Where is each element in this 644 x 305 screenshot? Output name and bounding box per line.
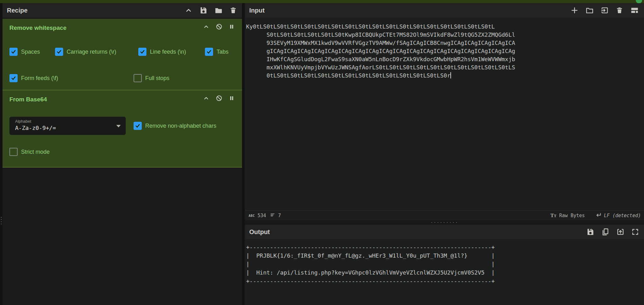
input-line[interactable]: S0tLS0tLS0tLS0tLS0tLS0tKwp8ICBQUkpCTEt7M… <box>246 31 515 39</box>
recipe-title: Recipe <box>7 7 28 14</box>
line-count-group: 7 <box>270 212 281 219</box>
save-recipe-icon[interactable] <box>199 6 207 14</box>
io-region: Input Ky0tLS0tL <box>245 3 644 305</box>
replace-input-with-output-icon[interactable] <box>616 228 625 236</box>
copy-output-icon[interactable] <box>601 228 609 236</box>
collapse-op-icon[interactable] <box>203 95 209 101</box>
checkbox-form-feeds[interactable]: Form feeds (\f) <box>9 74 58 82</box>
char-count-value: 534 <box>258 213 266 218</box>
top-banner <box>0 0 644 3</box>
input-line[interactable]: 93SEVyM19XMWxMX1kwdV9wVVRfVGgzTV9AMWw/fS… <box>246 39 515 47</box>
clear-io-trash-icon[interactable] <box>616 7 623 14</box>
load-recipe-folder-icon[interactable] <box>214 6 223 14</box>
checkbox-checked-icon[interactable] <box>55 48 63 56</box>
checkbox-checked-icon[interactable] <box>9 48 18 56</box>
add-input-tab-icon[interactable] <box>570 6 579 14</box>
text-cursor <box>450 72 451 78</box>
line-count-value: 7 <box>278 213 281 218</box>
open-folder-as-input-icon[interactable] <box>586 6 594 14</box>
checkbox-tabs[interactable]: Tabs <box>205 48 228 56</box>
eol-value[interactable]: LF (detected) <box>604 213 641 218</box>
operation-title: From Base64 <box>9 96 47 103</box>
input-line[interactable]: mxXWlhKNVUyVmpjbVYwUzJWNSAgfAorLS0tLS0tL… <box>246 63 515 72</box>
output-header: Output <box>245 225 644 239</box>
input-title: Input <box>249 7 265 14</box>
input-textarea[interactable]: Ky0tLS0tLS0tLS0tLS0tLS0tLS0tLS0tLS0tLS0t… <box>245 18 644 210</box>
chevron-down-icon <box>116 125 121 127</box>
open-file-as-input-icon[interactable] <box>601 6 609 14</box>
maximize-output-icon[interactable] <box>631 228 639 236</box>
drag-grip-icon[interactable]: •••• <box>0 217 2 229</box>
alphabet-select[interactable]: Alphabet A-Za-z0-9+/= <box>9 117 126 135</box>
checkbox-checked-icon[interactable] <box>9 74 18 82</box>
line-count-icon <box>270 212 275 219</box>
operation-from-base64[interactable]: From Base64 Alphabet A-Za-z0-9+/= <box>3 90 242 168</box>
input-text[interactable]: Ky0tLS0tLS0tLS0tLS0tLS0tLS0tLS0tLS0tLS0t… <box>246 23 515 80</box>
input-line[interactable]: IHwKfCAgSGludDogL2FwaS9saXN0aW5nLnBocD9r… <box>246 55 515 63</box>
eol-return-icon[interactable] <box>595 212 601 219</box>
clear-recipe-trash-icon[interactable] <box>229 7 237 14</box>
input-line[interactable]: gICAgICAgICAgICAgICAgICAgICAgICAgICAgICA… <box>246 47 515 55</box>
collapse-op-icon[interactable] <box>203 24 209 30</box>
output-line: +---------------------------------------… <box>246 243 495 251</box>
alphabet-select-label: Alphabet <box>15 119 31 124</box>
io-splitter[interactable]: ......... <box>245 220 644 225</box>
input-header: Input <box>245 3 644 18</box>
input-line[interactable]: Ky0tLS0tLS0tLS0tLS0tLS0tLS0tLS0tLS0tLS0t… <box>246 23 515 31</box>
breakpoint-pause-icon[interactable] <box>229 24 234 29</box>
output-text: +---------------------------------------… <box>246 243 495 285</box>
checkbox-remove-non-alphabet[interactable]: Remove non-alphabet chars <box>134 122 216 130</box>
checkbox-checked-icon[interactable] <box>205 48 213 56</box>
alphabet-select-value: A-Za-z0-9+/= <box>15 125 56 131</box>
output-title: Output <box>249 228 270 236</box>
checkbox-spaces[interactable]: Spaces <box>9 48 40 56</box>
encoding-value[interactable]: Raw Bytes <box>559 213 585 218</box>
disable-op-icon[interactable] <box>216 95 223 102</box>
checkbox-strict-mode[interactable]: Strict mode <box>9 148 50 156</box>
cyberchef-app: •••• Recipe Remove whitespa <box>0 0 644 305</box>
left-splitter[interactable]: •••• <box>0 3 3 305</box>
vertical-splitter[interactable] <box>242 3 245 305</box>
recipe-header: Recipe <box>3 3 242 18</box>
output-textarea[interactable]: +---------------------------------------… <box>245 239 644 305</box>
operation-remove-whitespace[interactable]: Remove whitespace Spaces Carriage return… <box>3 19 242 90</box>
collapse-recipe-icon[interactable] <box>185 7 192 14</box>
output-line: +---------------------------------------… <box>246 277 495 285</box>
operation-title: Remove whitespace <box>9 24 67 31</box>
checkbox-checked-icon[interactable] <box>138 48 146 56</box>
output-line: | | <box>246 260 495 268</box>
checkbox-unchecked-icon[interactable] <box>134 74 142 82</box>
disable-op-icon[interactable] <box>216 23 223 30</box>
checkbox-carriage-returns[interactable]: Carriage returns (\r) <box>55 48 116 56</box>
character-encoding-icon[interactable]: TT <box>550 212 556 219</box>
drag-dots-icon[interactable]: ......... <box>245 220 644 223</box>
breakpoint-pause-icon[interactable] <box>229 95 234 101</box>
output-line-hint: | Hint: /api/listing.php?key=VGhpc0lzVGh… <box>246 268 495 277</box>
recipe-pane: Recipe Remove whitespace <box>3 3 242 305</box>
checkbox-unchecked-icon[interactable] <box>9 148 18 156</box>
save-output-icon[interactable] <box>586 228 594 236</box>
character-count-icon: ABC <box>249 214 255 217</box>
char-count-group: ABC 534 <box>249 213 266 218</box>
input-last-line[interactable]: 0tLS0tLS0tLS0tLS0tLS0tLS0tLS0tLS0tLS0tLS… <box>246 72 515 80</box>
output-line-flag: | PRJBLK{1/6:_fIR$t_0f_m@nY_fL@gz._wHEr3… <box>246 251 495 260</box>
checkbox-line-feeds[interactable]: Line feeds (\n) <box>138 48 186 56</box>
checkbox-full-stops[interactable]: Full stops <box>134 74 169 82</box>
reset-layout-icon[interactable] <box>630 6 639 15</box>
checkbox-checked-icon[interactable] <box>134 122 142 130</box>
